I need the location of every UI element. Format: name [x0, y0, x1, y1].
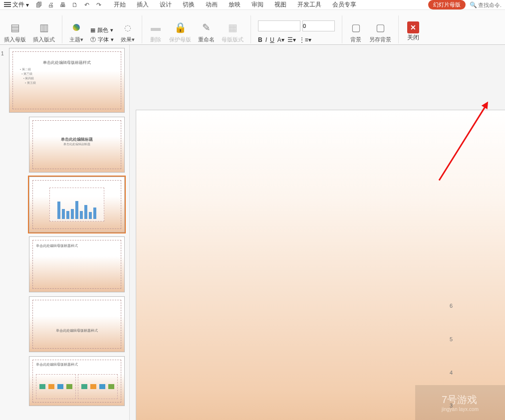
quick-access-toolbar: 🗐 🖨 🖶 🗋 ↶ ↷	[35, 1, 103, 9]
divider	[62, 15, 62, 43]
numbering-button[interactable]: ⋮≡▾	[299, 36, 311, 43]
color-icon: ▦	[90, 27, 95, 33]
font-format-group: B I U A▾ ☰▾ ⋮≡▾	[256, 20, 337, 43]
divider	[251, 15, 251, 43]
export-icon[interactable]: 🗋	[71, 1, 79, 9]
background-button[interactable]: ▢ 背景	[347, 21, 364, 43]
mini-chart-icon	[49, 188, 104, 221]
font-name-select[interactable]	[258, 20, 300, 31]
ytick-3: 3	[450, 403, 453, 409]
chart[interactable]: 图表标题 6 5 4 3 2 1 0 4.3	[434, 276, 505, 420]
font-color-button[interactable]: A▾	[277, 36, 284, 43]
layout-icon: ▦	[226, 21, 239, 34]
command-search[interactable]: 🔍	[470, 1, 503, 8]
layout-format-label: 母版版式	[222, 36, 244, 43]
file-menu[interactable]: 文件 ▾	[2, 0, 31, 9]
layout-thumbnail-5[interactable]: 单击此处编辑母版标题样式	[29, 356, 125, 406]
slide-canvas[interactable]: 图表标题 6 5 4 3 2 1 0 4.3	[130, 45, 505, 420]
rename-icon: ✎	[200, 21, 213, 34]
delete-label: 删除	[150, 36, 161, 43]
background-label: 背景	[350, 36, 361, 43]
font-button[interactable]: Ⓣ字体▾	[90, 36, 114, 43]
insert-master-button[interactable]: ▤ 插入母版	[2, 21, 28, 43]
ytick-5: 5	[450, 336, 453, 342]
font-icon: Ⓣ	[90, 36, 96, 43]
chevron-down-icon: ▾	[26, 1, 29, 8]
insert-layout-label: 插入版式	[33, 36, 55, 43]
italic-button[interactable]: I	[265, 36, 267, 43]
save-bg-icon: ▢	[374, 21, 387, 34]
command-search-input[interactable]	[478, 2, 503, 8]
effect-button[interactable]: ◌ 效果▾	[119, 21, 137, 43]
layout4-title: 单击此处编辑母版标题样式	[33, 328, 121, 333]
thumbnail-panel[interactable]: 1 单击此处编辑母版标题样式 • 第二级 • 第三级 • 第四级 • 第五级 单…	[0, 45, 130, 420]
delete-icon: ▬	[149, 21, 162, 34]
bold-button[interactable]: B	[258, 36, 262, 43]
bars-area: 4.3 2.4 2 2.5 4.4 2 3.5	[460, 306, 505, 420]
undo-icon[interactable]: ↶	[83, 1, 91, 9]
tab-animation[interactable]: 动画	[205, 0, 219, 9]
tab-review[interactable]: 审阅	[251, 0, 264, 9]
protect-master-button[interactable]: 🔒 保护母版	[167, 21, 193, 43]
color-button[interactable]: ▦颜色▾	[90, 26, 114, 34]
save-bg-label: 另存背景	[369, 36, 391, 43]
slide-number: 1	[1, 51, 4, 56]
close-icon: ✕	[407, 21, 419, 33]
insert-master-label: 插入母版	[4, 36, 26, 43]
slide-master-pill[interactable]: 幻灯片母版	[428, 0, 466, 9]
font-size-select[interactable]	[302, 20, 335, 31]
tab-insert[interactable]: 插入	[136, 0, 150, 9]
delete-button[interactable]: ▬ 删除	[147, 21, 164, 43]
protect-label: 保护母版	[169, 36, 191, 43]
tab-design[interactable]: 设计	[159, 0, 173, 9]
tab-transition[interactable]: 切换	[182, 0, 196, 9]
layout-thumbnail-3[interactable]: 单击此处编辑母版标题样式	[29, 236, 125, 292]
underline-button[interactable]: U	[270, 36, 274, 43]
search-icon: 🔍	[470, 1, 477, 8]
save-background-button[interactable]: ▢ 另存背景	[367, 21, 393, 43]
rename-label: 重命名	[198, 36, 215, 43]
ribbon: ▤ 插入母版 ▥ 插入版式 主题▾ ▦颜色▾ Ⓣ字体▾ ◌ 效果▾ ▬ 删除 🔒…	[0, 10, 505, 45]
file-label: 文件	[12, 0, 24, 9]
hamburger-icon	[4, 2, 11, 8]
layout-thumbnail-1[interactable]: 单击此处编辑标题 单击此处编辑副标题	[29, 117, 125, 173]
divider	[342, 15, 342, 43]
layout3-title: 单击此处编辑母版标题样式	[36, 243, 121, 248]
palette-icon	[70, 21, 83, 34]
insert-layout-button[interactable]: ▥ 插入版式	[31, 21, 57, 43]
effect-label: 效果▾	[121, 36, 135, 43]
background-icon: ▢	[349, 21, 362, 34]
tab-devtools[interactable]: 开发工具	[296, 0, 322, 9]
theme-button[interactable]: 主题▾	[67, 21, 85, 43]
master-thumb-title: 单击此处编辑母版标题样式	[13, 60, 121, 65]
layout-thumbnail-2[interactable]	[29, 177, 125, 232]
rename-button[interactable]: ✎ 重命名	[196, 21, 217, 43]
layout-format-button[interactable]: ▦ 母版版式	[220, 21, 246, 43]
theme-sub: ▦颜色▾ Ⓣ字体▾	[88, 26, 116, 43]
workspace: 1 单击此处编辑母版标题样式 • 第二级 • 第三级 • 第四级 • 第五级 单…	[0, 45, 505, 420]
layout-thumbnail-4[interactable]: 单击此处编辑母版标题样式	[29, 296, 125, 352]
chart-plot: 6 5 4 3 2 1 0 4.3 2.4 2	[445, 306, 505, 420]
theme-label: 主题▾	[69, 36, 83, 43]
divider	[398, 15, 399, 43]
tab-strip: 开始 插入 设计 切换 动画 放映 审阅 视图 开发工具 会员专享	[113, 0, 357, 9]
y-axis: 6 5 4 3 2 1 0	[445, 306, 454, 420]
divider	[142, 15, 142, 43]
tab-view[interactable]: 视图	[273, 0, 287, 9]
close-label: 关闭	[407, 33, 419, 42]
layout1-title: 单击此处编辑标题	[33, 137, 121, 142]
tab-home[interactable]: 开始	[113, 0, 127, 9]
lock-icon: 🔒	[174, 21, 187, 34]
save-icon[interactable]: 🗐	[35, 1, 43, 9]
tab-member[interactable]: 会员专享	[331, 0, 357, 9]
ytick-4: 4	[450, 370, 453, 376]
close-master-button[interactable]: ✕ 关闭	[404, 20, 423, 43]
master-thumbnail[interactable]: 单击此处编辑母版标题样式 • 第二级 • 第三级 • 第四级 • 第五级	[9, 48, 125, 113]
print-preview-icon[interactable]: 🖨	[47, 1, 55, 9]
redo-icon[interactable]: ↷	[95, 1, 103, 9]
bullets-button[interactable]: ☰▾	[287, 36, 296, 43]
print-icon[interactable]: 🖶	[59, 1, 67, 9]
chart-title: 图表标题	[434, 279, 505, 291]
insert-layout-icon: ▥	[37, 21, 50, 34]
tab-slideshow[interactable]: 放映	[228, 0, 242, 9]
